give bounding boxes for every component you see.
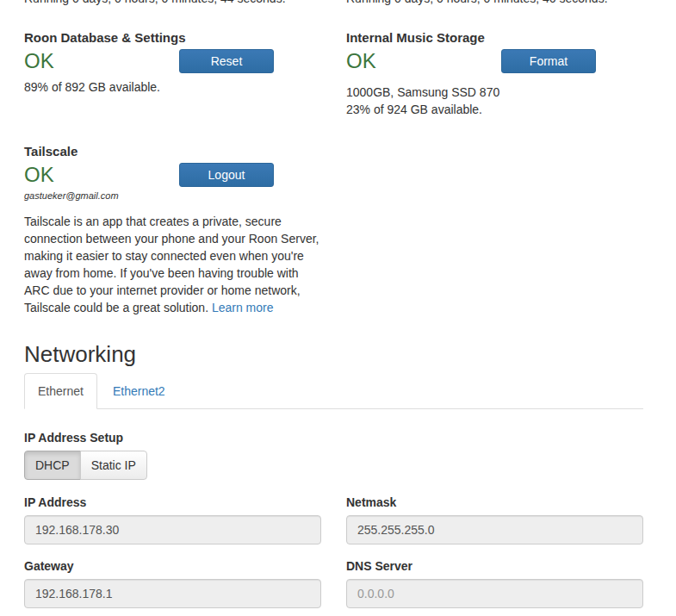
field-ip-address: IP Address bbox=[24, 495, 321, 544]
dhcp-button[interactable]: DHCP bbox=[24, 451, 81, 480]
music-storage-detail-line1: 1000GB, Samsung SSD 870 bbox=[346, 84, 643, 101]
learn-more-link[interactable]: Learn more bbox=[212, 301, 274, 314]
music-storage-status-row: OK Format bbox=[346, 49, 643, 73]
gateway-label: Gateway bbox=[24, 559, 321, 574]
uptime-row: Running 0 days, 0 hours, 0 minutes, 44 s… bbox=[24, 0, 643, 6]
networking-heading: Networking bbox=[24, 341, 643, 367]
network-fields: IP Address Netmask Gateway DNS Server bbox=[24, 495, 643, 608]
left-column: Roon Database & Settings OK Reset 89% of… bbox=[24, 30, 321, 316]
right-column: Internal Music Storage OK Format 1000GB,… bbox=[346, 30, 643, 316]
logout-button[interactable]: Logout bbox=[179, 163, 274, 187]
reset-button[interactable]: Reset bbox=[179, 49, 274, 73]
music-storage-detail: 1000GB, Samsung SSD 870 23% of 924 GB av… bbox=[346, 84, 643, 118]
ip-address-label: IP Address bbox=[24, 495, 321, 510]
netmask-label: Netmask bbox=[346, 495, 643, 510]
field-netmask: Netmask bbox=[346, 495, 643, 544]
rock-status-page: Running 0 days, 0 hours, 0 minutes, 44 s… bbox=[24, 0, 643, 608]
tailscale-status: OK bbox=[24, 163, 54, 187]
dns-server-input[interactable] bbox=[346, 579, 643, 608]
network-form: IP Address Setup DHCP Static IP IP Addre… bbox=[24, 431, 643, 608]
tab-ethernet[interactable]: Ethernet bbox=[24, 373, 97, 409]
dns-server-label: DNS Server bbox=[346, 559, 643, 574]
ip-setup-label: IP Address Setup bbox=[24, 431, 643, 445]
network-tabbar: Ethernet Ethernet2 bbox=[24, 374, 643, 409]
field-gateway: Gateway bbox=[24, 559, 321, 608]
ip-mode-toggle: DHCP Static IP bbox=[24, 451, 147, 480]
music-storage-detail-line2: 23% of 924 GB available. bbox=[346, 101, 643, 118]
status-sections: Roon Database & Settings OK Reset 89% of… bbox=[24, 30, 643, 316]
roon-database-detail: 89% of 892 GB available. bbox=[24, 78, 321, 96]
tailscale-description: Tailscale is an app that creates a priva… bbox=[24, 213, 321, 316]
uptime-right: Running 0 days, 0 hours, 0 minutes, 46 s… bbox=[346, 0, 643, 6]
gateway-input[interactable] bbox=[24, 579, 321, 608]
tab-ethernet2[interactable]: Ethernet2 bbox=[99, 373, 179, 409]
ip-address-input[interactable] bbox=[24, 515, 321, 544]
music-storage-status: OK bbox=[346, 49, 376, 73]
format-button[interactable]: Format bbox=[501, 49, 596, 73]
tailscale-account-email: gastueker@gmail.com bbox=[24, 190, 321, 202]
tailscale-status-row: OK Logout bbox=[24, 163, 321, 187]
roon-database-status-row: OK Reset bbox=[24, 49, 321, 73]
section-music-storage: Internal Music Storage OK Format 1000GB,… bbox=[346, 30, 643, 118]
tailscale-description-text: Tailscale is an app that creates a priva… bbox=[24, 215, 319, 314]
roon-database-title: Roon Database & Settings bbox=[24, 30, 321, 45]
uptime-left: Running 0 days, 0 hours, 0 minutes, 44 s… bbox=[24, 0, 321, 6]
section-tailscale: Tailscale OK Logout gastueker@gmail.com … bbox=[24, 144, 321, 316]
field-dns-server: DNS Server bbox=[346, 559, 643, 608]
roon-database-status: OK bbox=[24, 49, 54, 73]
tailscale-title: Tailscale bbox=[24, 144, 321, 159]
netmask-input[interactable] bbox=[346, 515, 643, 544]
static-ip-button[interactable]: Static IP bbox=[80, 451, 147, 480]
section-roon-database: Roon Database & Settings OK Reset 89% of… bbox=[24, 30, 321, 96]
music-storage-title: Internal Music Storage bbox=[346, 30, 643, 45]
